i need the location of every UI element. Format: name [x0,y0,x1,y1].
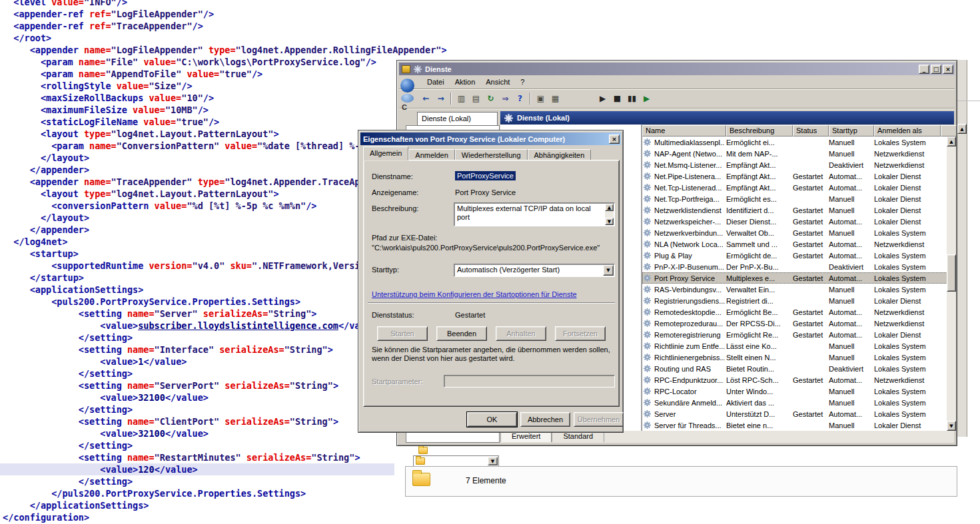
service-row[interactable]: PnP-X-IP-Busenum...Der PnP-X-Bu...Deakti… [642,261,947,272]
service-row[interactable]: Sekundäre Anmeld...Aktiviert das ...Manu… [642,397,947,408]
column-header-status[interactable]: Status [793,125,829,136]
service-row[interactable]: Netzwerkverbindun...Verwaltet Ob...Gesta… [642,227,947,238]
dropdown-arrow-icon[interactable] [603,265,614,276]
beschreibung-scrollbar[interactable] [605,204,614,225]
menu-aktion[interactable]: Aktion [450,77,481,87]
tab-anmelden[interactable]: Anmelden [408,149,455,160]
show-console-tree-icon[interactable]: ▥ [454,92,468,105]
starttyp-label: Starttyp: [372,266,399,274]
service-row[interactable]: RPC-LocatorUnter Windo...ManuellLokales … [642,386,947,397]
column-header-starttyp[interactable]: Starttyp [829,125,874,136]
scroll-up-icon[interactable] [957,124,967,134]
service-row[interactable]: RAS-Verbindungsv...Verwaltet Ein...Manue… [642,284,947,295]
service-row[interactable]: NetzwerklistendienstIdentifiziert d...Ge… [642,204,947,216]
service-logon: Netzwerkdienst [873,320,946,328]
column-header-anmelden-als[interactable]: Anmelden als [874,125,941,136]
service-status: Gestartet [791,252,827,260]
help-icon[interactable]: ? [513,92,527,105]
scroll-up-icon[interactable] [605,204,614,211]
uebernehmen-button[interactable]: Übernehmen [574,412,624,427]
service-name: Netzwerkverbindun... [653,229,725,237]
dienstname-value[interactable]: PortProxyService [455,171,516,180]
scroll-down-icon[interactable] [605,218,614,225]
folder-list-item[interactable] [418,447,428,455]
service-starttype: Automat... [827,331,873,339]
abbrechen-button[interactable]: Abbrechen [520,412,570,427]
menu-ansicht[interactable]: Ansicht [480,77,515,87]
service-row[interactable]: Net.Tcp-Portfreiga...Ermöglicht es...Man… [642,193,947,204]
service-row[interactable]: Remoteprozedurau...Der RPCSS-Di...Gestar… [642,318,947,329]
code-line: <maximumFileSize value="10MB"/> [0,104,447,116]
service-name: Net.Pipe-Listenera... [653,172,725,180]
forward-icon[interactable]: → [434,92,448,105]
service-row[interactable]: Multimediaklassenpl...Ermöglicht ei...Ma… [642,136,947,148]
service-row[interactable]: RemoteregistrierungErmöglicht Re...Gesta… [642,329,947,340]
refresh-icon[interactable]: ↻ [484,92,498,105]
close-button[interactable]: × [609,134,620,144]
starten-button[interactable]: Starten [377,326,428,341]
service-row[interactable]: Routing und RASBietet Routin...Deaktivie… [642,363,947,374]
service-row[interactable]: Net.Tcp-Listenerad...Empfängt Akt...Gest… [642,182,947,193]
dialog-titlebar[interactable]: Eigenschaften von Port Proxy Service (Lo… [360,132,621,145]
service-starttype: Manuell [827,354,873,362]
service-row[interactable]: ServerUnterstützt D...GestartetAutomat..… [642,408,947,419]
window-icon[interactable]: ▣ [534,92,548,105]
tab-allgemein[interactable]: Allgemein [363,146,408,160]
service-row[interactable]: Remotedesktopdie...Ermöglicht Be...Gesta… [642,306,947,318]
folder-combobox[interactable] [413,455,499,467]
column-header-beschreibung[interactable]: Beschreibung [726,125,793,136]
service-row[interactable]: Port Proxy ServiceMultiplexes e...Gestar… [642,272,947,284]
export-list-icon[interactable]: ▤ [469,92,483,105]
scroll-up-icon[interactable] [947,136,956,146]
export-icon[interactable]: ⇒ [498,92,512,105]
window2-icon[interactable]: ▦ [548,92,562,105]
service-description: Ermöglicht de... [725,252,791,260]
service-row[interactable]: RPC-Endpunktzuor...Löst RPC-Sch...Gestar… [642,374,947,386]
beschreibung-box[interactable]: Multiplexes external TCP/IP data on loca… [454,202,615,226]
view-tab-standard[interactable]: Standard [552,431,604,442]
service-row[interactable]: Net.Msmq-Listener...Empfängt Akt...Deakt… [642,159,947,170]
service-row[interactable]: Netzwerkspeicher-...Dieser Dienst...Gest… [642,216,947,227]
starttyp-combobox[interactable]: Automatisch (Verzögerter Start) [454,264,615,277]
service-row[interactable]: Plug & PlayErmöglicht de...GestartetAuto… [642,250,947,261]
fortsetzen-button[interactable]: Fortsetzen [555,326,606,341]
service-row[interactable]: Registrierungsdiens...Registriert di...M… [642,295,947,306]
column-header-name[interactable]: Name [642,125,726,136]
dropdown-arrow-icon[interactable] [488,457,498,465]
service-logon: Lokales System [873,274,946,282]
tab-abhaengigkeiten[interactable]: Abhängigkeiten [528,149,592,160]
view-tab-erweitert[interactable]: Erweitert [500,431,552,442]
service-row[interactable]: Server für Threads...Bietet eine n...Man… [642,419,947,431]
start-service-icon[interactable]: ▶ [596,92,610,105]
service-logon: Lokaler Dienst [873,421,946,429]
tab-wiederherstellung[interactable]: Wiederherstellung [455,149,528,160]
pause-service-icon[interactable]: ▮▮ [625,92,639,105]
minimize-button[interactable]: _ [919,65,929,74]
background-scrollbar[interactable] [957,60,967,437]
ok-button[interactable]: OK [467,412,517,427]
anhalten-button[interactable]: Anhalten [496,326,546,341]
service-gear-icon [642,229,653,236]
startparameter-input[interactable] [444,375,615,388]
service-row[interactable]: Net.Pipe-Listenera...Empfängt Akt...Gest… [642,170,947,182]
menu-hilfe[interactable]: ? [515,77,530,87]
stop-service-icon[interactable]: ■ [610,92,624,105]
maximize-button[interactable]: □ [931,65,941,74]
service-row[interactable]: Richtlinie zum Entfe...Lässt eine Ko...M… [642,340,947,352]
restart-service-icon[interactable]: ▶ [640,92,654,105]
console-tree-tab[interactable]: Dienste (Lokal) [417,112,498,126]
scrollbar-thumb[interactable] [947,254,956,292]
service-row[interactable]: Richtlinienergebniss...Stellt einen N...… [642,352,947,363]
service-row[interactable]: NLA (Network Loca...Sammelt und ...Gesta… [642,238,947,250]
service-row[interactable]: NAP-Agent (Netwo...Mit dem NAP-...Manuel… [642,148,947,159]
menu-datei[interactable]: Datei [422,77,450,87]
list-scrollbar[interactable] [947,136,956,431]
close-button[interactable]: × [943,65,953,74]
beenden-button[interactable]: Beenden [436,326,487,341]
back-icon[interactable]: ← [419,92,433,105]
toolbar-separator [530,93,531,105]
startoptionen-link[interactable]: Unterstützung beim Konfigurieren der Sta… [372,290,577,298]
window-titlebar[interactable]: Dienste _□× [399,63,955,75]
scroll-down-icon[interactable] [947,421,956,431]
service-name: Sekundäre Anmeld... [653,399,725,407]
